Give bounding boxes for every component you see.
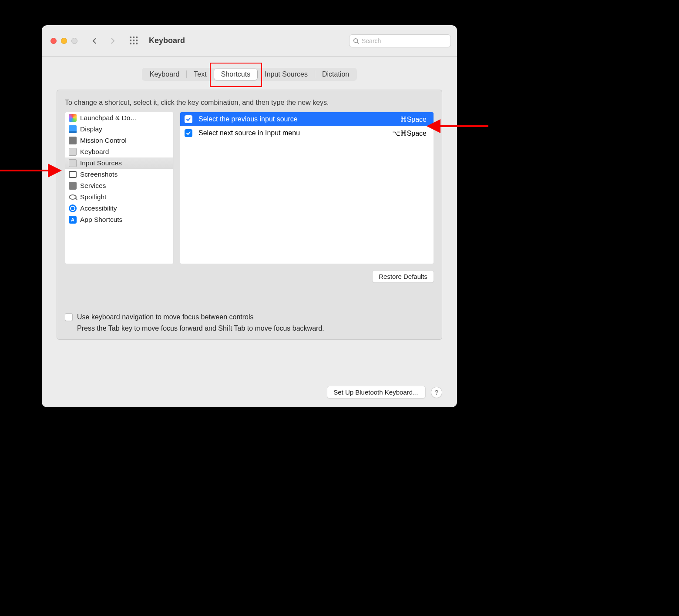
category-screenshot[interactable]: Screenshots <box>65 169 173 180</box>
category-label: Launchpad & Do… <box>80 114 137 122</box>
shortcut-label: Select next source in Input menu <box>198 129 386 137</box>
category-label: Screenshots <box>80 171 118 178</box>
category-label: Mission Control <box>80 137 127 144</box>
kbnav-checkbox[interactable] <box>65 313 73 321</box>
keyboard-nav-section: Use keyboard navigation to move focus be… <box>65 313 434 332</box>
category-label: Spotlight <box>80 193 106 201</box>
category-launchpad[interactable]: Launchpad & Do… <box>65 112 173 124</box>
category-display[interactable]: Display <box>65 124 173 135</box>
category-keyboard[interactable]: Keyboard <box>65 146 173 157</box>
category-list[interactable]: Launchpad & Do…DisplayMission ControlKey… <box>65 112 174 264</box>
content-area: KeyboardTextShortcutsInput SourcesDictat… <box>42 57 457 407</box>
bluetooth-keyboard-button[interactable]: Set Up Bluetooth Keyboard… <box>327 386 426 398</box>
back-button[interactable] <box>90 36 99 46</box>
tab-text[interactable]: Text <box>187 69 213 80</box>
footer-row: Set Up Bluetooth Keyboard… ? <box>57 378 442 398</box>
input-icon <box>69 159 77 167</box>
category-label: Accessibility <box>80 204 117 212</box>
category-input[interactable]: Input Sources <box>65 157 173 169</box>
category-label: Services <box>80 182 106 190</box>
close-button[interactable] <box>50 38 57 44</box>
category-services[interactable]: Services <box>65 180 173 191</box>
window-controls <box>50 38 77 44</box>
shortcut-keys[interactable]: ⌥⌘Space <box>392 129 427 137</box>
tab-keyboard[interactable]: Keyboard <box>143 69 187 80</box>
zoom-button[interactable] <box>71 38 77 44</box>
search-icon <box>353 38 359 44</box>
category-access[interactable]: Accessibility <box>65 203 173 214</box>
tab-bar: KeyboardTextShortcutsInput SourcesDictat… <box>142 68 357 81</box>
window-title: Keyboard <box>149 36 185 45</box>
access-icon <box>69 204 77 212</box>
category-appshort[interactable]: App Shortcuts <box>65 214 173 225</box>
launchpad-icon <box>69 114 77 122</box>
tab-shortcuts[interactable]: Shortcuts <box>214 69 258 80</box>
shortcut-checkbox[interactable] <box>185 115 192 123</box>
shortcut-row[interactable]: Select next source in Input menu⌥⌘Space <box>180 126 434 140</box>
services-icon <box>69 182 77 190</box>
restore-defaults-button[interactable]: Restore Defaults <box>372 270 434 283</box>
category-mission[interactable]: Mission Control <box>65 135 173 146</box>
shortcut-list[interactable]: Select the previous input source⌘SpaceSe… <box>180 112 434 264</box>
tabs-container: KeyboardTextShortcutsInput SourcesDictat… <box>142 68 357 81</box>
mission-icon <box>69 137 77 144</box>
category-label: Keyboard <box>80 148 109 156</box>
svg-point-0 <box>354 38 358 42</box>
search-field[interactable] <box>349 34 451 47</box>
search-input[interactable] <box>362 37 447 44</box>
screenshot-icon <box>69 171 77 178</box>
minimize-button[interactable] <box>61 38 67 44</box>
forward-button[interactable] <box>108 36 118 46</box>
spotlight-icon <box>69 194 77 200</box>
shortcut-row[interactable]: Select the previous input source⌘Space <box>180 112 434 126</box>
shortcut-label: Select the previous input source <box>198 115 394 123</box>
category-label: App Shortcuts <box>80 216 122 224</box>
shortcuts-panel: To change a shortcut, select it, click t… <box>57 90 442 340</box>
category-label: Input Sources <box>80 159 122 167</box>
show-all-icon[interactable] <box>130 37 138 45</box>
kbnav-label: Use keyboard navigation to move focus be… <box>77 313 254 321</box>
svg-line-1 <box>357 42 359 44</box>
titlebar: Keyboard <box>42 25 457 57</box>
tab-input-sources[interactable]: Input Sources <box>258 69 315 80</box>
instruction-text: To change a shortcut, select it, click t… <box>65 99 434 107</box>
category-label: Display <box>80 125 102 133</box>
appshort-icon <box>69 216 77 224</box>
tab-dictation[interactable]: Dictation <box>315 69 356 80</box>
help-button[interactable]: ? <box>431 387 442 398</box>
kbnav-subtext: Press the Tab key to move focus forward … <box>77 325 434 332</box>
shortcut-checkbox[interactable] <box>185 129 192 137</box>
display-icon <box>69 125 77 133</box>
lists-row: Launchpad & Do…DisplayMission ControlKey… <box>65 112 434 264</box>
nav-buttons <box>90 36 118 46</box>
preferences-window: Keyboard KeyboardTextShortcutsInput Sour… <box>42 25 457 407</box>
shortcut-keys[interactable]: ⌘Space <box>400 115 427 124</box>
keyboard-icon <box>69 148 77 156</box>
category-spotlight[interactable]: Spotlight <box>65 191 173 203</box>
